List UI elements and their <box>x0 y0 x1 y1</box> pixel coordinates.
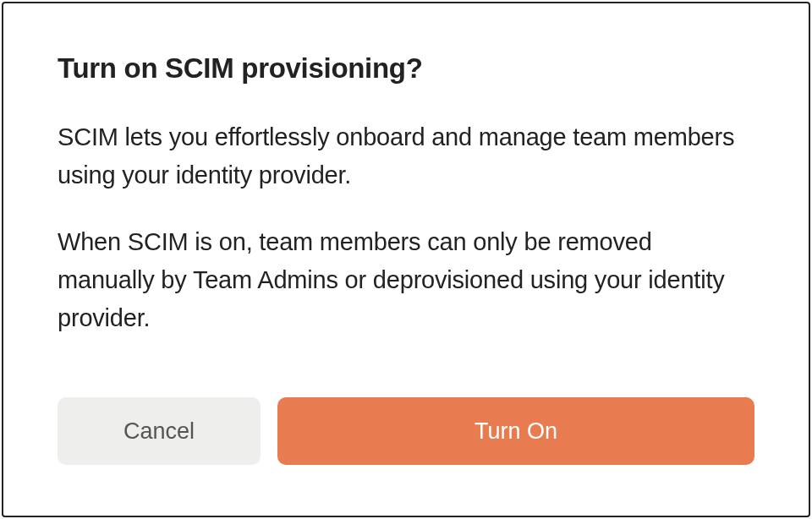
scim-provisioning-dialog: Turn on SCIM provisioning? SCIM lets you… <box>2 2 810 517</box>
dialog-body: SCIM lets you effortlessly onboard and m… <box>58 118 754 389</box>
dialog-actions: Cancel Turn On <box>58 397 754 465</box>
turn-on-button[interactable]: Turn On <box>277 397 754 465</box>
dialog-paragraph-1: SCIM lets you effortlessly onboard and m… <box>58 118 754 194</box>
dialog-title: Turn on SCIM provisioning? <box>58 52 754 85</box>
cancel-button[interactable]: Cancel <box>58 397 261 465</box>
dialog-paragraph-2: When SCIM is on, team members can only b… <box>58 223 754 337</box>
